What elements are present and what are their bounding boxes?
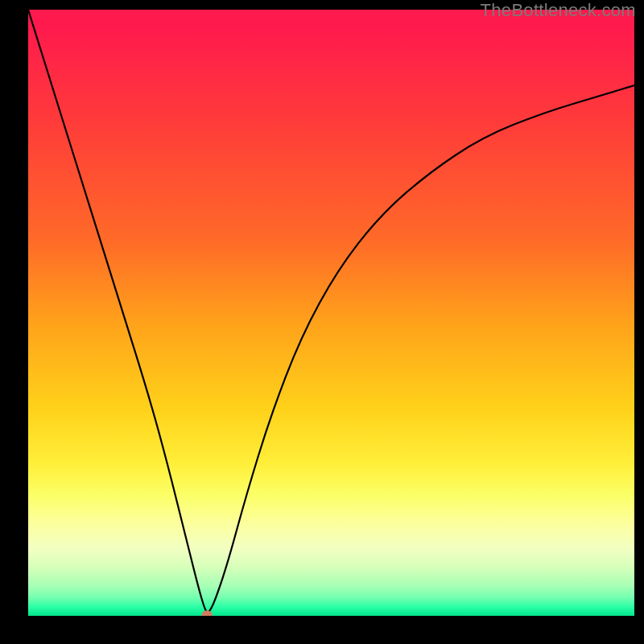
minimum-marker — [201, 610, 213, 616]
watermark-text: TheBottleneck.com — [481, 0, 636, 21]
chart-stage: TheBottleneck.com — [0, 0, 644, 644]
bottleneck-curve — [28, 10, 634, 612]
curve-layer — [28, 10, 634, 616]
plot-area — [28, 10, 634, 616]
